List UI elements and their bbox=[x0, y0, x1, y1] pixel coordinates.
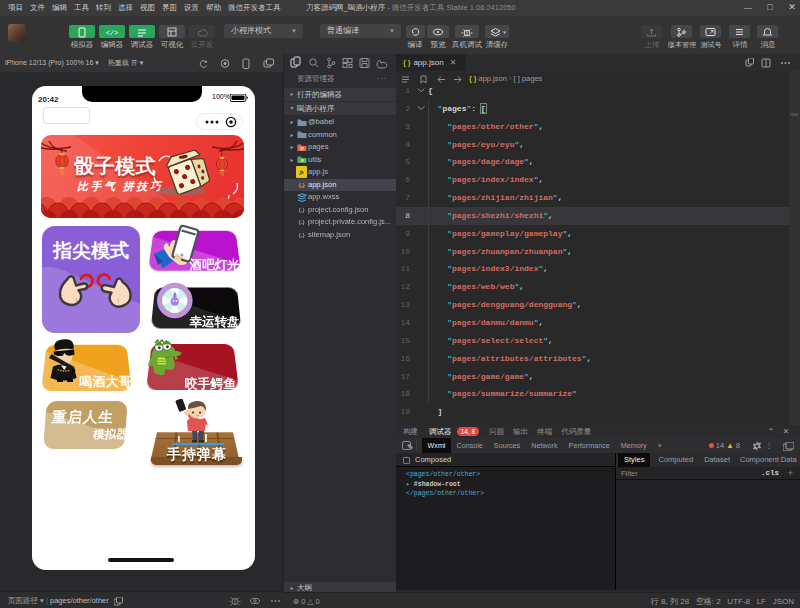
svg-text:</>: </> bbox=[106, 29, 119, 37]
